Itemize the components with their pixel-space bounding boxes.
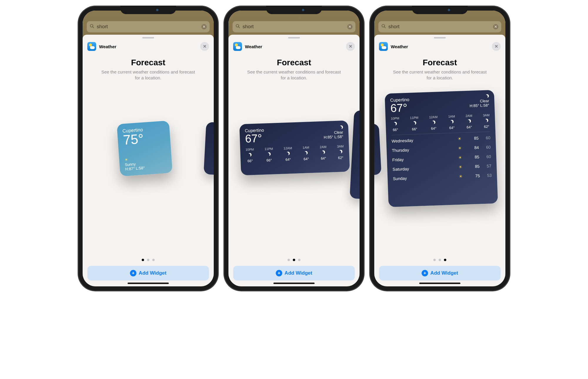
weather-app-icon [233,42,242,51]
widget-carousel[interactable]: Cupertino 67° Clear H:85° L:58° 10PM66° … [228,81,360,257]
home-indicator[interactable] [419,283,460,284]
moon-icon [267,152,271,156]
page-dot [433,259,436,261]
screen: short ✕ Weather ✕ Forecast See the curre… [83,11,214,286]
hour-cell: 11PM66° [265,147,274,162]
hour-cell: 3AM62° [483,113,490,129]
moon-icon [469,94,489,99]
add-widget-button[interactable]: + Add Widget [87,266,209,281]
home-indicator[interactable] [273,283,315,284]
weather-app-icon [87,42,96,51]
close-button[interactable]: ✕ [200,42,209,51]
screen: short ✕ Weather ✕ Forecast See the curre… [374,11,505,286]
app-name: Weather [99,44,200,49]
page-indicator[interactable] [83,257,214,264]
notch [412,6,468,14]
search-icon [381,24,386,30]
search-icon [235,24,240,30]
hour-cell: 10PM66° [245,147,255,163]
moon-icon [323,125,343,131]
spotlight-search[interactable]: short ✕ [233,21,355,32]
hourly-forecast: 10PM66° 11PM66° 12AM64° 1AM64° 2AM64° 3A… [391,113,490,135]
hour-cell: 11PM66° [410,116,419,131]
moon-icon [339,149,343,154]
page-subtitle: See the current weather conditions and f… [374,67,505,81]
clear-search-icon[interactable]: ✕ [493,24,498,29]
condition: Clear [469,98,489,103]
clear-search-icon[interactable]: ✕ [347,24,353,29]
weather-widget-medium[interactable]: Cupertino 67° Clear H:85° L:58° 10PM66° … [239,120,350,175]
plus-icon: + [276,270,282,276]
hour-cell: 1AM64° [303,146,310,161]
temperature: 75° [123,130,165,147]
page-indicator[interactable] [228,257,360,264]
clear-search-icon[interactable]: ✕ [201,24,207,29]
temperature: 67° [245,132,264,144]
iphone-frame: short ✕ Weather ✕ Forecast See the curre… [78,6,218,291]
hour-cell: 3AM62° [337,144,344,160]
widget-carousel[interactable]: Cupertino 67° Clear H:85° L:58° 10PM66° … [374,81,505,257]
hour-cell: 12AM64° [429,115,438,131]
moon-icon [248,153,252,157]
temperature: 67° [390,102,410,113]
next-widget-peek [350,110,360,199]
spotlight-search[interactable]: short ✕ [378,21,501,32]
daily-forecast: Wednesday☀︎8560 Thursday☀︎8460 Friday☀︎8… [391,133,492,183]
prev-widget-peek [374,123,382,175]
iphone-frame: short ✕ Weather ✕ Forecast See the curre… [370,6,510,291]
moon-icon [467,119,471,123]
app-name: Weather [391,44,492,49]
weather-app-icon [379,42,388,51]
page-indicator[interactable] [374,257,505,264]
hour-cell: 10PM66° [391,116,400,132]
hi-lo: H:85° L:58° [470,103,489,108]
page-dot [444,259,446,261]
page-dot [293,259,295,261]
hi-lo: H:85° L:58° [324,134,343,139]
plus-icon: + [130,270,136,276]
spotlight-search[interactable]: short ✕ [87,21,210,32]
hour-cell: 12AM64° [283,146,293,162]
moon-icon [450,119,454,124]
widget-gallery-sheet: Weather ✕ Forecast See the current weath… [228,35,360,286]
page-dot [152,259,155,261]
page-dot [142,259,144,261]
svg-line-5 [384,27,385,28]
moon-icon [321,150,325,155]
svg-line-3 [238,27,240,28]
notch [266,6,322,14]
page-dot [147,259,149,261]
hour-cell: 2AM64° [320,145,327,161]
sun-icon: ☀︎ [452,145,467,151]
sun-icon: ☀︎ [452,136,467,141]
page-title: Forecast [228,58,360,67]
add-widget-button[interactable]: + Add Widget [233,266,355,281]
close-button[interactable]: ✕ [492,42,501,51]
widget-carousel[interactable]: Cupertino 75° ☀︎ Sunny H:87° L:58° [83,81,214,257]
moon-icon [304,151,308,155]
sheet-grabber[interactable] [142,37,154,39]
page-dot [288,259,290,261]
search-icon [90,24,94,30]
page-title: Forecast [374,58,505,67]
page-title: Forecast [83,58,214,67]
screen: short ✕ Weather ✕ Forecast See the curre… [228,11,360,286]
hour-cell: 2AM64° [465,114,472,129]
condition: Clear [323,130,343,135]
moon-icon [286,151,290,156]
plus-icon: + [422,270,428,276]
page-dot [298,259,300,261]
weather-widget-large[interactable]: Cupertino 67° Clear H:85° L:58° 10PM66° … [385,90,498,207]
search-query: short [388,24,491,30]
home-indicator[interactable] [128,283,169,284]
sun-icon: ☀︎ [453,164,468,169]
close-button[interactable]: ✕ [346,42,355,51]
svg-line-1 [93,27,94,28]
hourly-forecast: 10PM66° 11PM66° 12AM64° 1AM64° 2AM64° 3A… [245,144,344,163]
sheet-grabber[interactable] [434,37,446,39]
weather-widget-small[interactable]: Cupertino 75° ☀︎ Sunny H:87° L:58° [117,121,173,176]
sheet-grabber[interactable] [288,37,300,39]
search-query: short [97,24,199,30]
add-widget-button[interactable]: + Add Widget [379,266,501,281]
iphone-frame: short ✕ Weather ✕ Forecast See the curre… [224,6,364,291]
